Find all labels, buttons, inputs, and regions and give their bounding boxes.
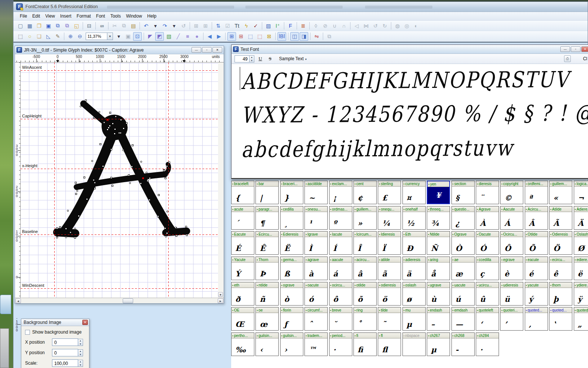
- on-curve-point[interactable]: [65, 228, 67, 230]
- x-position-input[interactable]: 0: [52, 338, 78, 346]
- on-curve-point[interactable]: [110, 148, 112, 150]
- on-curve-point[interactable]: [112, 123, 114, 125]
- glyph-cell-guillem[interactable]: •guillem...«: [549, 181, 572, 204]
- snap-grid-icon[interactable]: ⊞: [237, 32, 245, 41]
- scroll-down-icon[interactable]: ▼: [218, 292, 223, 297]
- lock-guides-icon[interactable]: ⊠: [265, 32, 273, 41]
- on-curve-point[interactable]: [163, 170, 165, 172]
- copy-icon[interactable]: ⧉: [120, 21, 128, 30]
- on-curve-point[interactable]: [75, 182, 77, 184]
- glyph-cell-Aacute[interactable]: •AacuteÁ: [500, 206, 523, 230]
- glyph-cell-fi[interactable]: •fiﬁ: [353, 332, 377, 356]
- glyph-cell-otilde[interactable]: •otildeõ: [353, 282, 377, 306]
- nav-forward-icon[interactable]: ▶: [215, 32, 223, 41]
- export-font-icon[interactable]: ⧉: [63, 21, 71, 30]
- paste-icon[interactable]: ▤: [129, 21, 138, 30]
- glyph-cell-acircu[interactable]: •acircu...â: [353, 257, 377, 280]
- glyph-canvas[interactable]: WinAscentCapHeightx-HeightBaselineWinDes…: [21, 62, 218, 298]
- point-mode-icon[interactable]: ◩: [155, 32, 164, 41]
- glyph-cell-Adiere[interactable]: •Adiere...Ä: [574, 206, 588, 230]
- glyph-cell-Yacute[interactable]: •YacuteÝ: [231, 257, 254, 280]
- test-text-area[interactable]: ABCDEFGHIJKLMNOPQRSTUV WXYZ - 1234567890…: [232, 64, 588, 177]
- menu-insert[interactable]: Insert: [58, 12, 74, 20]
- glyph-cell-guilsin[interactable]: •guilsin...›: [280, 332, 303, 356]
- glyph-cell-paragr[interactable]: •paragr...¶: [255, 206, 279, 230]
- glyph-cell-ring[interactable]: •ring˚: [353, 307, 377, 331]
- minimize-button[interactable]: —: [192, 47, 201, 53]
- horizontal-scrollbar[interactable]: ◄ ►: [15, 298, 224, 303]
- undo-dropdown-icon[interactable]: ▾: [151, 21, 160, 30]
- clear-button[interactable]: Cl: [583, 56, 587, 61]
- menu-view[interactable]: View: [43, 12, 58, 20]
- rotate-cw-icon[interactable]: ↻: [380, 21, 389, 30]
- text-fields-icon[interactable]: Tt: [233, 21, 241, 30]
- glyph-cell-cent[interactable]: •cent¢: [353, 181, 377, 204]
- title-bar[interactable]: F FontCreator 5.6 Professional Edition: [13, 2, 588, 12]
- glyph-cell-nbspace[interactable]: •nbspace: [402, 332, 426, 356]
- glyph-cell-ugrave[interactable]: •ugraveù: [427, 282, 450, 306]
- measure-tool-icon[interactable]: ◺: [44, 32, 53, 41]
- on-curve-point[interactable]: [120, 119, 122, 121]
- on-curve-point[interactable]: [132, 144, 134, 146]
- on-curve-point[interactable]: [102, 165, 104, 167]
- bool-intersect-icon[interactable]: ◎: [402, 21, 411, 30]
- scroll-left-icon[interactable]: ◄: [15, 298, 21, 303]
- on-curve-point[interactable]: [109, 112, 111, 114]
- glyph-cell-emdash[interactable]: •emdash—: [451, 307, 475, 331]
- insert-char-icon[interactable]: ⊞: [201, 21, 210, 30]
- glyph-cell-ordfemi[interactable]: •ordfemi...ª: [525, 181, 548, 204]
- glyph-cell-quoteri[interactable]: •quoteri...’: [500, 307, 523, 331]
- glyph-cell-ntilde[interactable]: •ntildeñ: [255, 282, 279, 306]
- print-preview-icon[interactable]: ⎙: [564, 55, 571, 62]
- font-size-input[interactable]: 49: [235, 55, 249, 62]
- knife-tool-icon[interactable]: ✎: [53, 32, 62, 41]
- menu-tools[interactable]: Tools: [108, 12, 123, 20]
- off-curve-point[interactable]: [122, 149, 124, 151]
- glyph-cell-cedilla[interactable]: •cedilla¸: [280, 206, 303, 230]
- glyph-cell-aacute[interactable]: •aacuteá: [329, 257, 352, 280]
- on-curve-point[interactable]: [168, 162, 170, 163]
- join-contours-icon[interactable]: ∪: [330, 21, 339, 30]
- menu-font[interactable]: Font: [94, 12, 108, 20]
- on-curve-point[interactable]: [140, 183, 142, 184]
- on-curve-point[interactable]: [126, 122, 128, 124]
- glyph-cell-Oacute[interactable]: •OacuteÓ: [476, 231, 499, 255]
- cut-icon[interactable]: ✂: [110, 21, 119, 30]
- glyph-cell-quoted[interactable]: •quoted...‛: [549, 307, 572, 331]
- guidelines-icon[interactable]: ⬚: [246, 32, 255, 41]
- glyph-cell-section[interactable]: •section§: [451, 181, 475, 204]
- on-curve-point[interactable]: [108, 127, 110, 129]
- font-overview-icon[interactable]: ▦: [25, 21, 34, 30]
- background-image-icon[interactable]: ▧: [165, 32, 173, 41]
- on-curve-point[interactable]: [99, 143, 101, 145]
- validate-icon[interactable]: ✓: [251, 21, 260, 30]
- glyph-cell-quoteleft[interactable]: •quoteleft‘: [476, 307, 499, 331]
- metrics-icon[interactable]: ⇋: [312, 32, 321, 41]
- on-curve-point[interactable]: [149, 177, 151, 179]
- rotate-ccw-icon[interactable]: ↺: [371, 21, 380, 30]
- unlink-icon[interactable]: ⊘: [321, 21, 330, 30]
- menu-format[interactable]: Format: [74, 12, 94, 20]
- on-curve-point[interactable]: [85, 99, 87, 101]
- scroll-right-icon[interactable]: ►: [218, 298, 223, 303]
- glyph-cell-germa[interactable]: •germa...ß: [280, 257, 303, 280]
- font-properties-icon[interactable]: F: [286, 21, 295, 30]
- glyph-cell-Ecircu[interactable]: •Ecircu...Ê: [255, 231, 279, 255]
- glyph-cell-logica[interactable]: •logica...¬: [574, 181, 588, 204]
- on-curve-point[interactable]: [114, 128, 116, 130]
- on-curve-point[interactable]: [175, 235, 177, 237]
- glyph-cell-braceleft[interactable]: •braceleft{: [231, 181, 254, 204]
- glyph-cell-Ocircu[interactable]: •Ocircu...Ô: [500, 231, 523, 255]
- glyph-cell-asciitilde[interactable]: •asciitilde~: [304, 181, 328, 204]
- print-icon[interactable]: ⊟: [85, 21, 94, 30]
- on-curve-point[interactable]: [157, 215, 159, 217]
- font-size-stepper[interactable]: ▲▼: [249, 55, 254, 62]
- close-font-icon[interactable]: ◱: [72, 21, 81, 30]
- glyph-cell-questio[interactable]: •questio...¿: [451, 206, 475, 230]
- revert-icon[interactable]: ↺: [179, 21, 188, 30]
- zoom-dropdown-icon[interactable]: ▾: [114, 32, 123, 41]
- guide-line-capheight[interactable]: [21, 119, 218, 119]
- strikethrough-button[interactable]: S: [266, 55, 274, 62]
- glyph-cell-braceri[interactable]: •braceri...}: [280, 181, 303, 204]
- on-curve-point[interactable]: [56, 227, 58, 229]
